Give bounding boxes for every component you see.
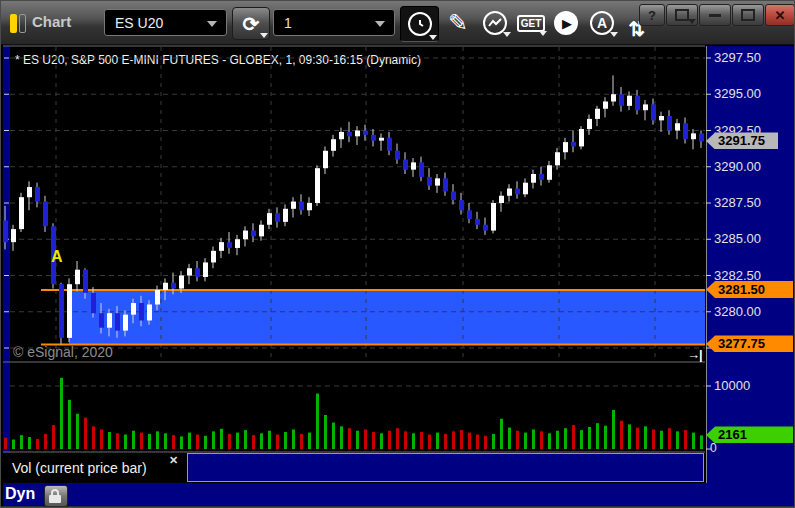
time-axis[interactable]: Dyn <box>3 483 794 507</box>
time-template-button[interactable] <box>400 6 439 42</box>
chevron-down-icon <box>260 33 268 38</box>
chevron-down-icon <box>688 19 696 24</box>
maximize-icon <box>741 9 755 21</box>
left-price-strip <box>3 46 10 483</box>
chevron-down-icon <box>429 35 437 40</box>
chart-title: * ES U20, S&P 500 E-MINI FUTURES - GLOBE… <box>15 53 421 67</box>
minimize-icon <box>709 14 721 17</box>
annotation-a-label: A <box>597 15 607 31</box>
clock-icon <box>408 12 432 36</box>
pencil-icon: ✎ <box>448 9 468 37</box>
indicators-button[interactable] <box>478 8 512 38</box>
symbol-value: ES U20 <box>115 15 163 31</box>
volume-study-label-box[interactable]: Vol (current price bar) ✕ <box>3 453 187 483</box>
gear-icon: ⟳ <box>243 12 260 36</box>
chevron-down-icon <box>375 21 385 27</box>
volume-study-close-icon[interactable]: ✕ <box>169 454 178 467</box>
replay-button[interactable]: ▶ <box>550 8 582 38</box>
get-studies-button[interactable]: GET <box>514 9 548 37</box>
maximize-button[interactable] <box>732 4 764 26</box>
volume-study-label: Vol (current price bar) <box>12 460 147 476</box>
time-lock-button[interactable] <box>44 485 68 507</box>
minimize-button[interactable] <box>699 4 731 26</box>
draw-tools-button[interactable]: ✎ <box>442 8 474 38</box>
play-icon: ▶ <box>554 11 578 35</box>
window-title: Chart <box>32 13 71 30</box>
price-axis[interactable] <box>706 46 794 483</box>
get-icon: GET <box>517 15 546 32</box>
time-slider[interactable] <box>187 453 704 482</box>
close-icon: ✕ <box>775 8 786 23</box>
interval-value: 1 <box>284 15 292 31</box>
interval-dropdown[interactable]: 1 <box>273 9 395 36</box>
chart-plot-area[interactable] <box>10 46 706 453</box>
chevron-down-icon <box>503 32 511 37</box>
chevron-down-icon <box>610 32 618 37</box>
restore-menu-button[interactable] <box>666 4 698 26</box>
restore-icon <box>675 9 689 21</box>
chart-window: Chart ES U20 ⟳ 1 ✎ <box>0 0 795 508</box>
help-button[interactable]: ? <box>639 4 665 26</box>
help-icon: ? <box>648 8 656 23</box>
toolbar: Chart ES U20 ⟳ 1 ✎ <box>1 1 795 45</box>
close-button[interactable]: ✕ <box>765 4 795 26</box>
chevron-down-icon <box>207 21 217 27</box>
annotation-button[interactable]: A <box>585 8 619 38</box>
app-icon-secondary <box>19 14 26 33</box>
app-icon <box>10 14 17 33</box>
symbol-dropdown[interactable]: ES U20 <box>104 9 227 36</box>
symbol-settings-button[interactable]: ⟳ <box>232 7 270 40</box>
dyn-label: Dyn <box>5 485 35 503</box>
chevron-down-icon <box>539 31 547 36</box>
